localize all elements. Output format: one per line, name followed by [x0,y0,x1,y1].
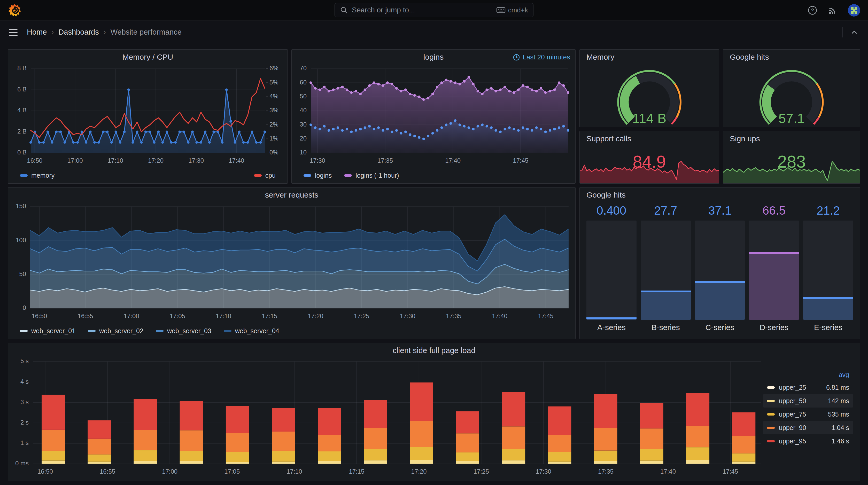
bar-segment [732,413,755,436]
legend-avg-header: avg [764,369,853,381]
legend-item[interactable]: logins [304,172,332,179]
y-axis-label: 20 [300,135,307,142]
legend-swatch [88,330,96,332]
legend-label: upper_90 [779,424,806,431]
breadcrumb-bar: Home › Dashboards › Website performance [0,21,868,44]
legend-item[interactable]: logins (-1 hour) [344,172,399,179]
bar-gauge-column[interactable]: 21.2E-series [803,203,853,334]
right-y-axis-label: 6% [270,65,278,71]
grafana-logo-icon[interactable] [8,3,22,17]
bar-segment [594,394,617,428]
legend-item[interactable]: cpu [254,172,276,179]
legend-row[interactable]: upper_951.46 s [764,434,853,448]
panel-title[interactable]: Google hits [723,50,860,65]
bar-gauge-label: A-series [586,320,637,334]
panel-title[interactable]: Memory / CPU [8,50,287,65]
bar-segment [456,411,479,433]
panel-title[interactable]: Memory [580,50,719,65]
bar-segment [88,463,111,464]
bar-gauge-column[interactable]: 0.400A-series [586,203,637,334]
panel-logins: logins Last 20 minutes 1020304050607017:… [291,49,576,184]
bar-gauge-column[interactable]: 27.7B-series [641,203,691,334]
time-range-hint[interactable]: Last 20 minutes [513,53,570,61]
x-axis-label: 17:20 [308,313,323,319]
legend-item[interactable]: memory [20,172,55,179]
server-requests-chart[interactable]: 05010015016:5016:5517:0017:0517:1017:151… [8,202,575,323]
bar-segment [318,435,341,451]
menu-icon[interactable] [9,29,18,36]
legend-row[interactable]: upper_50142 ms [764,394,853,408]
legend-row[interactable]: upper_901.04 s [764,421,853,434]
y-axis-label: 1 s [21,439,29,446]
legend-label: web_server_01 [31,327,75,335]
bar-segment [133,461,157,463]
bar-segment [41,430,65,451]
legend-item[interactable]: web_server_01 [20,327,75,335]
bar-segment [548,463,571,464]
y-axis-label: 5 s [21,357,29,364]
bar-gauge-column[interactable]: 37.1C-series [695,203,745,334]
stat-value: 283 [723,152,860,171]
panel-title[interactable]: Sign ups [723,131,860,146]
bar-segment [226,463,249,464]
right-y-axis-label: 1% [270,135,278,142]
bar-segment [732,453,755,462]
x-axis-label: 16:50 [37,468,53,475]
panel-title[interactable]: server requests [8,188,575,202]
bar-segment [88,439,111,455]
bar-segment [318,461,341,463]
collapse-chevron-up-icon[interactable] [849,27,859,37]
breadcrumb-dashboards[interactable]: Dashboards [58,28,99,36]
legend-row[interactable]: upper_75535 ms [764,408,853,421]
bar-segment [456,433,479,452]
legend-swatch [344,174,352,176]
x-axis-label: 17:10 [216,313,231,319]
legend-label: cpu [265,172,276,179]
right-y-axis-label: 4% [270,93,278,100]
panel-google-hits-bars: Google hits 0.400A-series27.7B-series37.… [580,187,860,339]
legend-item[interactable]: web_server_03 [156,327,211,335]
help-icon[interactable]: ? [808,5,817,15]
grafana-app: cmd+k ? Home › Dashboards › Website perf… [0,0,868,485]
panel-title[interactable]: client side full page load [8,343,860,358]
memory-gauge: 114 B [580,65,719,127]
legend-row[interactable]: upper_256.81 ms [764,381,853,394]
gauge-value: 114 B [580,110,719,126]
bar-segment [318,451,341,461]
y-axis-label: 10 [300,149,307,156]
chart-legend: web_server_01web_server_02web_server_03w… [8,323,575,339]
logins-chart[interactable]: 1020304050607017:3017:3517:4017:45 [292,65,575,167]
panel-google-hits-gauge: Google hits 57.1 [723,49,860,127]
bar-segment [686,460,709,464]
user-avatar[interactable] [848,4,860,17]
bar-gauge-cap [749,252,799,254]
stat-value: 84.9 [580,152,719,171]
bar-segment [732,463,755,464]
panel-title[interactable]: Google hits [580,188,860,202]
x-axis-label: 17:00 [124,313,139,319]
legend-item[interactable]: web_server_04 [224,327,279,335]
breadcrumb-home[interactable]: Home [27,28,47,36]
bar-segment [272,451,295,461]
client-page-load-chart[interactable]: 0 ms1 s2 s3 s4 s5 s16:5016:5517:0017:051… [8,357,765,479]
bar-gauge: 0.400A-series27.7B-series37.1C-series66.… [580,202,860,339]
x-axis-label: 17:40 [445,157,461,164]
bar-gauge-value: 27.7 [641,203,691,219]
bar-segment [548,462,571,464]
search-icon [340,6,348,14]
search-input[interactable] [351,6,496,14]
search-box[interactable]: cmd+k [335,3,533,17]
gauge-value: 57.1 [723,110,860,126]
memory-cpu-chart[interactable]: 0 B2 B4 B6 B8 B0%1%2%3%4%5%6%16:5017:001… [8,65,287,167]
legend-swatch [20,174,28,176]
bar-segment [88,420,111,439]
news-feed-icon[interactable] [828,5,838,15]
bar-gauge-value: 21.2 [803,203,853,219]
bar-gauge-value: 37.1 [695,203,745,219]
legend-swatch [254,174,262,176]
legend-item[interactable]: web_server_02 [88,327,144,335]
panel-title[interactable]: Support calls [580,131,719,146]
x-axis-label: 17:00 [162,468,178,475]
bar-gauge-column[interactable]: 66.5D-series [749,203,799,334]
chart-legend: loginslogins (-1 hour) [292,167,575,183]
